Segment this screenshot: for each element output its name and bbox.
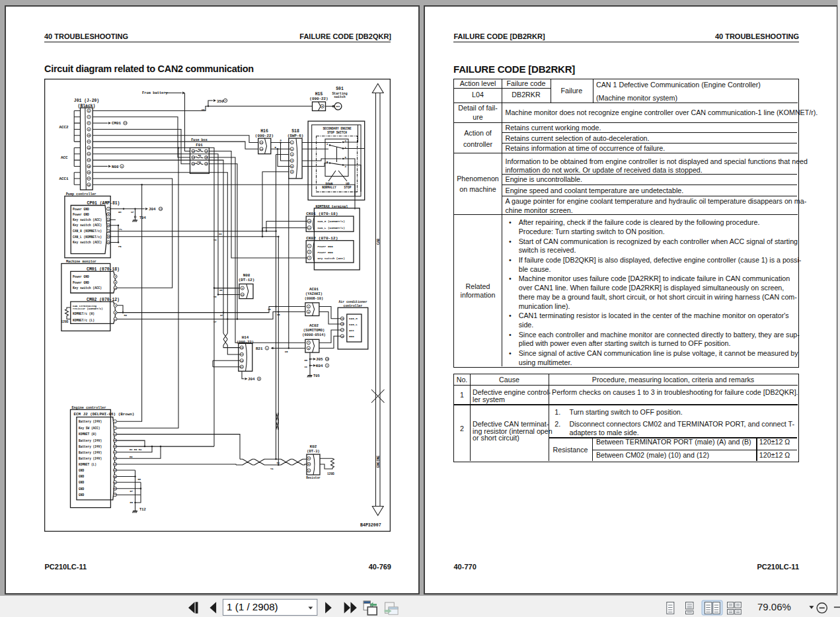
svg-text:15: 15 (205, 156, 208, 159)
svg-text:YA: YA (270, 468, 274, 470)
svg-text:S18: S18 (291, 129, 299, 134)
svg-text:C8: C8 (202, 108, 205, 111)
svg-text:2: 2 (122, 165, 123, 168)
svg-text:R21: R21 (256, 347, 263, 351)
svg-text:6: 6 (345, 156, 347, 159)
svg-text:4: 4 (308, 347, 309, 350)
svg-text:KOMNET/c (L): KOMNET/c (L) (73, 319, 95, 322)
svg-text:AC01: AC01 (309, 287, 319, 292)
svg-text:2: 2 (308, 311, 309, 313)
svg-text:CP01 (AMP-81): CP01 (AMP-81) (87, 201, 120, 206)
svg-text:5: 5 (322, 105, 323, 108)
svg-text:B: B (275, 146, 277, 149)
svg-text:10: 10 (114, 287, 117, 290)
svg-text:Power GND: Power GND (73, 208, 89, 211)
svg-text:48: 48 (114, 469, 116, 472)
svg-text:ED: ED (130, 456, 133, 458)
svg-text:15: 15 (341, 323, 344, 325)
svg-text:18: 18 (205, 163, 208, 165)
svg-text:1: 1 (326, 364, 328, 367)
svg-text:6: 6 (291, 171, 293, 173)
svg-text:50: 50 (114, 475, 116, 478)
svg-text:GND: GND (349, 335, 354, 338)
svg-text:1: 1 (308, 306, 309, 308)
svg-text:1: 1 (308, 341, 309, 344)
svg-text:120Ω: 120Ω (327, 472, 334, 475)
svg-text:CAN_L (KOMNET/c): CAN_L (KOMNET/c) (318, 226, 345, 229)
svg-text:18: 18 (326, 358, 328, 360)
svg-text:Battery (24V): Battery (24V) (79, 451, 102, 454)
svg-text:GND: GND (79, 487, 84, 491)
svg-text:350: 350 (217, 99, 224, 104)
svg-text:IE: IE (219, 289, 223, 292)
svg-text:KB: KB (285, 350, 288, 353)
svg-text:5A: 5A (198, 154, 202, 157)
svg-text:13: 13 (159, 208, 162, 210)
svg-text:13: 13 (88, 153, 91, 155)
svg-text:N08: N08 (112, 165, 119, 169)
svg-text:GND: GND (79, 469, 84, 472)
svg-text:3: 3 (115, 275, 116, 278)
svg-text:ACC: ACC (61, 155, 68, 160)
svg-text:CAN terminating: CAN terminating (73, 305, 97, 308)
svg-text:17: 17 (88, 177, 91, 180)
svg-text:18: 18 (107, 230, 110, 233)
svg-text:H15: H15 (315, 92, 323, 97)
svg-text:K04: K04 (316, 364, 323, 368)
svg-text:CAN_H (KOMNET/c): CAN_H (KOMNET/c) (318, 220, 345, 223)
svg-text:120Ω: 120Ω (61, 320, 69, 323)
svg-text:1: 1 (114, 421, 116, 423)
svg-text:T12: T12 (139, 508, 146, 512)
svg-text:Battery (24V): Battery (24V) (79, 457, 102, 460)
svg-text:Battery (24V): Battery (24V) (79, 445, 102, 448)
svg-text:S01: S01 (336, 87, 344, 91)
svg-text:25: 25 (114, 439, 116, 442)
svg-text:57: 57 (114, 481, 116, 484)
svg-text:(SUMITOMO): (SUMITOMO) (303, 329, 325, 333)
svg-text:Power GND: Power GND (73, 281, 89, 284)
svg-text:6: 6 (89, 110, 90, 112)
svg-text:Fuse box: Fuse box (191, 138, 207, 142)
svg-text:GND: GND (79, 481, 84, 484)
svg-text:9: 9 (89, 128, 90, 131)
svg-text:CM01 (070-18): CM01 (070-18) (87, 267, 120, 272)
svg-text:Key SW (ACC): Key SW (ACC) (79, 427, 100, 430)
svg-text:J04: J04 (248, 377, 255, 382)
svg-text:IP: IP (220, 314, 223, 317)
svg-text:ACC: ACC (349, 329, 354, 332)
svg-text:ACC2: ACC2 (59, 125, 69, 130)
svg-text:39: 39 (107, 235, 110, 238)
svg-text:9: 9 (114, 427, 116, 429)
svg-text:EE: EE (138, 478, 141, 481)
svg-text:16: 16 (88, 171, 91, 174)
svg-text:5: 5 (326, 161, 328, 163)
svg-text:18: 18 (88, 184, 91, 186)
svg-text:EB: EB (130, 501, 134, 504)
svg-text:16: 16 (192, 163, 194, 165)
svg-text:STOP: STOP (344, 186, 352, 189)
svg-text:Air conditioner: Air conditioner (338, 300, 367, 304)
svg-text:STOP SWITCH: STOP SWITCH (327, 131, 347, 134)
svg-text:1: 1 (309, 245, 310, 247)
svg-text:A: A (280, 139, 282, 142)
svg-text:4: 4 (345, 165, 347, 168)
svg-text:Key switch (ACC): Key switch (ACC) (318, 257, 345, 260)
svg-text:Battery (24V): Battery (24V) (79, 439, 102, 442)
svg-text:(DT-3): (DT-3) (307, 450, 319, 454)
svg-text:(6098-0514): (6098-0514) (302, 333, 326, 337)
svg-text:F01: F01 (196, 143, 203, 147)
svg-text:NORMALLY: NORMALLY (322, 186, 336, 189)
svg-text:17: 17 (341, 329, 344, 331)
svg-text:EF: EF (130, 490, 134, 493)
svg-text:Battery (24V): Battery (24V) (79, 420, 102, 423)
svg-text:IA: IA (277, 462, 280, 464)
svg-text:ACC1: ACC1 (59, 177, 69, 181)
svg-text:11: 11 (114, 318, 117, 321)
svg-text:Key switch (ACC): Key switch (ACC) (73, 286, 102, 290)
svg-text:16: 16 (107, 219, 110, 222)
svg-text:GM: GM (118, 211, 122, 214)
svg-text:Key switch (ACC): Key switch (ACC) (73, 241, 102, 244)
svg-text:Key switch (ACC): Key switch (ACC) (73, 224, 102, 227)
svg-text:XC: XC (305, 366, 308, 368)
svg-text:21: 21 (241, 366, 243, 368)
